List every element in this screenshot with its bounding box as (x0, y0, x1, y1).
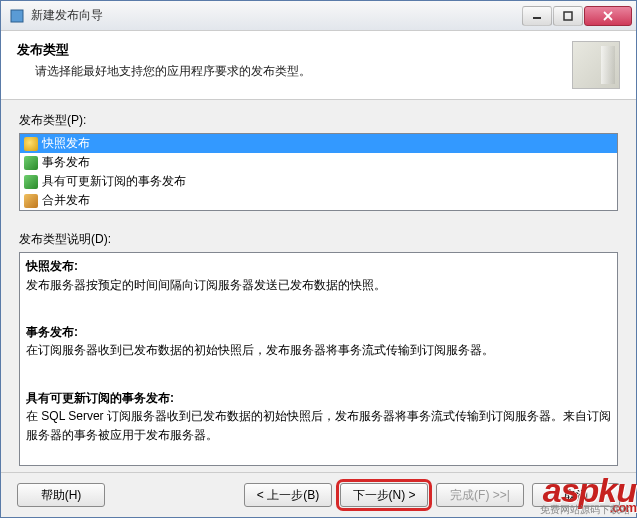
snapshot-icon (24, 137, 38, 151)
type-list-label: 发布类型(P): (19, 112, 618, 129)
help-button[interactable]: 帮助(H) (17, 483, 105, 507)
list-item-label: 事务发布 (42, 154, 90, 171)
description-label: 发布类型说明(D): (19, 231, 618, 248)
back-button[interactable]: < 上一步(B) (244, 483, 332, 507)
finish-button: 完成(F) >>| (436, 483, 524, 507)
content-area: 发布类型(P): 快照发布 事务发布 具有可更新订阅的事务发布 合并发布 发布类… (1, 100, 636, 472)
desc-heading: 快照发布: (26, 257, 611, 276)
header-graphic-icon (572, 41, 620, 89)
maximize-button[interactable] (553, 6, 583, 26)
header-text: 发布类型 请选择能最好地支持您的应用程序要求的发布类型。 (17, 41, 560, 80)
page-subtitle: 请选择能最好地支持您的应用程序要求的发布类型。 (17, 63, 560, 80)
titlebar: 新建发布向导 (1, 1, 636, 31)
wizard-header: 发布类型 请选择能最好地支持您的应用程序要求的发布类型。 (1, 31, 636, 100)
list-item-transactional[interactable]: 事务发布 (20, 153, 617, 172)
updatable-icon (24, 175, 38, 189)
desc-text: 发布服务器按预定的时间间隔向订阅服务器发送已发布数据的快照。 (26, 276, 611, 295)
page-title: 发布类型 (17, 41, 560, 59)
description-box[interactable]: 快照发布: 发布服务器按预定的时间间隔向订阅服务器发送已发布数据的快照。 事务发… (19, 252, 618, 466)
list-item-merge[interactable]: 合并发布 (20, 191, 617, 210)
cancel-button[interactable]: 取消 (532, 483, 620, 507)
list-item-label: 快照发布 (42, 135, 90, 152)
list-item-label: 具有可更新订阅的事务发布 (42, 173, 186, 190)
close-button[interactable] (584, 6, 632, 26)
desc-text: 在 SQL Server 订阅服务器收到已发布数据的初始快照后，发布服务器将事务… (26, 407, 611, 444)
transactional-icon (24, 156, 38, 170)
app-icon (9, 8, 25, 24)
publication-type-list[interactable]: 快照发布 事务发布 具有可更新订阅的事务发布 合并发布 (19, 133, 618, 211)
window-title: 新建发布向导 (31, 7, 522, 24)
next-button[interactable]: 下一步(N) > (340, 483, 428, 507)
list-item-label: 合并发布 (42, 192, 90, 209)
window-controls (522, 6, 632, 26)
svg-rect-2 (564, 12, 572, 20)
desc-text: 在订阅服务器收到已发布数据的初始快照后，发布服务器将事务流式传输到订阅服务器。 (26, 341, 611, 360)
list-item-updatable[interactable]: 具有可更新订阅的事务发布 (20, 172, 617, 191)
wizard-window: 新建发布向导 发布类型 请选择能最好地支持您的应用程序要求的发布类型。 发布类型… (0, 0, 637, 518)
wizard-footer: 帮助(H) < 上一步(B) 下一步(N) > 完成(F) >>| 取消 (1, 472, 636, 517)
list-item-snapshot[interactable]: 快照发布 (20, 134, 617, 153)
minimize-button[interactable] (522, 6, 552, 26)
svg-rect-0 (11, 10, 23, 22)
merge-icon (24, 194, 38, 208)
desc-heading: 具有可更新订阅的事务发布: (26, 389, 611, 408)
desc-heading: 事务发布: (26, 323, 611, 342)
